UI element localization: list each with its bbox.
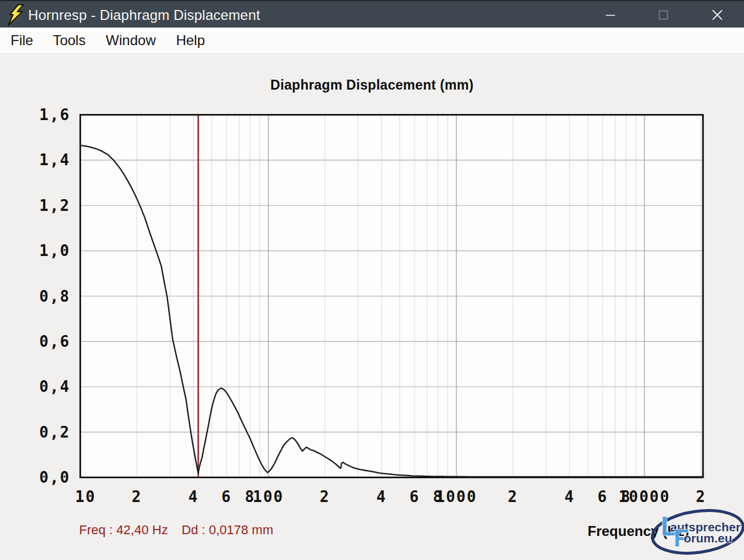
- x-icon: [712, 9, 723, 21]
- menu-item-tools[interactable]: Tools: [53, 28, 86, 53]
- hornresp-window: Hornresp - Diaphragm Displacement File T…: [0, 0, 744, 560]
- x-tick-label-10000: 10000: [619, 488, 670, 506]
- y-tick-label-0,2: 0,2: [39, 424, 70, 441]
- minus-icon: [605, 10, 616, 21]
- close-button[interactable]: [691, 1, 743, 29]
- watermark-word-forum-eu: orum.eu: [684, 531, 732, 545]
- y-tick-label-1,4: 1,4: [39, 151, 70, 169]
- x-tick-label-400: 4: [376, 488, 387, 506]
- x-tick-label-4000: 4: [564, 488, 575, 506]
- lautsprecherforum-watermark: L autsprecher F orum.eu: [644, 505, 744, 560]
- x-tick-label-20000: 2: [696, 488, 707, 506]
- y-tick-label-1,6: 1,6: [39, 106, 70, 124]
- minimize-button[interactable]: [585, 1, 636, 29]
- maximize-button[interactable]: [637, 1, 689, 29]
- x-tick-label-40: 4: [188, 488, 199, 506]
- status-freq-readout: Freq : 42,40 Hz: [79, 523, 168, 538]
- menu-item-file[interactable]: File: [11, 28, 33, 53]
- x-tick-label-100: 100: [253, 488, 284, 506]
- titlebar[interactable]: Hornresp - Diaphragm Displacement: [0, 0, 744, 29]
- menu-item-help[interactable]: Help: [176, 28, 204, 53]
- plot-svg: 1024681002468100024681000021,61,41,21,00…: [0, 54, 744, 560]
- y-tick-label-0,6: 0,6: [39, 333, 70, 350]
- x-tick-label-200: 2: [320, 488, 330, 506]
- chart-area: Diaphragm Displacement (mm) 102468100246…: [0, 54, 744, 560]
- y-tick-label-0,8: 0,8: [39, 288, 70, 305]
- menubar: File Tools Window Help: [0, 28, 744, 54]
- status-dd-readout: Dd : 0,0178 mm: [182, 523, 274, 538]
- x-tick-label-600: 6: [409, 488, 420, 506]
- y-tick-label-1,0: 1,0: [39, 242, 70, 259]
- x-tick-label-1000: 1000: [436, 488, 477, 506]
- x-tick-label-2000: 2: [508, 488, 518, 506]
- lightning-bolt-icon: [6, 4, 26, 26]
- window-title: Hornresp - Diaphragm Displacement: [28, 1, 260, 29]
- menu-item-window[interactable]: Window: [106, 28, 156, 53]
- x-tick-label-60: 6: [221, 488, 232, 506]
- y-tick-label-0,4: 0,4: [39, 378, 70, 395]
- x-tick-label-10: 10: [75, 488, 95, 506]
- y-tick-label-0,0: 0,0: [39, 469, 70, 486]
- y-tick-label-1,2: 1,2: [39, 197, 70, 214]
- x-tick-label-6000: 6: [598, 488, 608, 506]
- square-icon: [658, 10, 668, 20]
- x-tick-label-20: 2: [132, 488, 142, 506]
